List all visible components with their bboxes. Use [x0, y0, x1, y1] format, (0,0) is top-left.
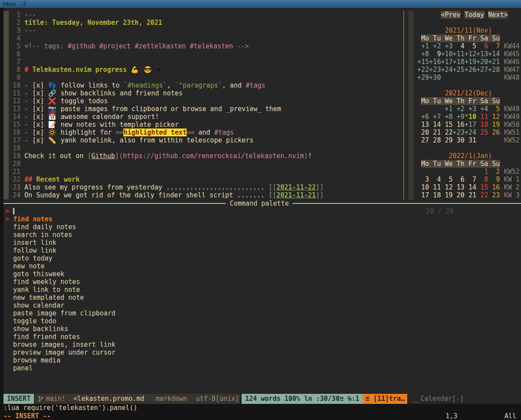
- calendar-day[interactable]: +10: [441, 50, 453, 58]
- calendar-day[interactable]: 17: [417, 191, 429, 199]
- palette-item[interactable]: yank link to note: [3, 286, 521, 294]
- palette-item[interactable]: panel: [3, 364, 521, 372]
- calendar-day[interactable]: +14: [488, 50, 500, 58]
- calendar-day[interactable]: 6: [453, 176, 464, 183]
- calendar-day[interactable]: 18: [429, 191, 441, 199]
- calendar-day[interactable]: +9: [453, 113, 464, 121]
- calendar-day[interactable]: 1: [476, 168, 488, 176]
- calendar-day[interactable]: 19: [488, 121, 500, 129]
- calendar-day[interactable]: +2: [453, 105, 464, 113]
- calendar-day[interactable]: 19: [441, 191, 453, 199]
- calendar-day[interactable]: 14: [464, 183, 476, 191]
- calendar-day[interactable]: +23: [453, 129, 464, 136]
- palette-item[interactable]: show calendar: [3, 301, 521, 309]
- palette-item[interactable]: search in notes: [3, 231, 521, 239]
- palette-item[interactable]: browse media: [3, 356, 521, 364]
- calendar-day[interactable]: +3: [441, 42, 453, 50]
- calendar-next-button[interactable]: Next>: [488, 11, 508, 19]
- palette-item[interactable]: goto thisweek: [3, 270, 521, 278]
- calendar-day[interactable]: +1: [441, 105, 453, 113]
- calendar-day[interactable]: 4: [453, 42, 464, 50]
- calendar-day[interactable]: 18: [476, 121, 488, 129]
- calendar-day[interactable]: 11: [429, 183, 441, 191]
- calendar-day[interactable]: 9: [488, 176, 500, 183]
- palette-item[interactable]: insert link: [3, 239, 521, 247]
- calendar-day[interactable]: +19: [464, 58, 476, 66]
- calendar-day[interactable]: +23: [429, 66, 441, 74]
- calendar-day[interactable]: 21: [464, 191, 476, 199]
- calendar-prev-button[interactable]: <Prev: [441, 11, 460, 19]
- palette-item[interactable]: new templated note: [3, 294, 521, 301]
- calendar-day[interactable]: +29: [417, 74, 429, 81]
- calendar-day[interactable]: 5: [488, 105, 500, 113]
- calendar-day-today[interactable]: *10: [464, 113, 476, 121]
- calendar-day[interactable]: +12: [464, 50, 476, 58]
- palette-item[interactable]: find friend notes: [3, 333, 521, 341]
- calendar-day[interactable]: 31: [464, 136, 476, 144]
- palette-item[interactable]: follow link: [3, 247, 521, 254]
- calendar-day[interactable]: +30: [429, 74, 441, 81]
- calendar-day[interactable]: +17: [441, 58, 453, 66]
- calendar-day[interactable]: 14: [429, 121, 441, 129]
- calendar-day[interactable]: +20: [476, 58, 488, 66]
- calendar-day[interactable]: 4: [429, 176, 441, 183]
- calendar-day[interactable]: 21: [429, 129, 441, 136]
- calendar-day[interactable]: +6: [417, 113, 429, 121]
- calendar-day[interactable]: 12: [441, 183, 453, 191]
- calendar-day[interactable]: +8: [417, 50, 429, 58]
- calendar-day[interactable]: 22: [476, 191, 488, 199]
- calendar-day[interactable]: 27: [417, 136, 429, 144]
- palette-item[interactable]: new note: [3, 262, 521, 270]
- calendar-day[interactable]: +22: [417, 66, 429, 74]
- calendar-day[interactable]: 22: [441, 129, 453, 136]
- palette-item[interactable]: browse images, insert link: [3, 341, 521, 349]
- palette-item[interactable]: goto today: [3, 254, 521, 262]
- calendar-day[interactable]: +3: [464, 105, 476, 113]
- calendar-day[interactable]: +24: [441, 66, 453, 74]
- calendar-day[interactable]: 11: [476, 113, 488, 121]
- calendar-day[interactable]: +15: [417, 58, 429, 66]
- calendar-day[interactable]: +2: [429, 42, 441, 50]
- palette-item[interactable]: show backlinks: [3, 325, 521, 333]
- calendar-day[interactable]: 3: [417, 176, 429, 183]
- calendar-day[interactable]: 10: [417, 183, 429, 191]
- palette-prompt-row[interactable]: > 20 / 20: [3, 207, 521, 215]
- calendar-day[interactable]: 12: [488, 113, 500, 121]
- calendar-day[interactable]: 13: [453, 183, 464, 191]
- calendar-day[interactable]: 15: [476, 183, 488, 191]
- calendar-day[interactable]: +28: [488, 66, 500, 74]
- pane-divider[interactable]: [403, 11, 404, 200]
- palette-item[interactable]: toggle todo: [3, 317, 521, 325]
- calendar-day[interactable]: +11: [453, 50, 464, 58]
- editor-pane[interactable]: 1---2title: Tuesday, November 23th, 2021…: [9, 11, 403, 200]
- calendar-day[interactable]: 7: [464, 176, 476, 183]
- calendar-day[interactable]: +18: [453, 58, 464, 66]
- calendar-today-button[interactable]: Today: [464, 11, 484, 19]
- calendar-day[interactable]: +27: [476, 66, 488, 74]
- calendar-day[interactable]: 5: [464, 42, 476, 50]
- calendar-scrollbar[interactable]: [408, 11, 414, 200]
- calendar-day[interactable]: 2: [488, 168, 500, 176]
- calendar-day[interactable]: +8: [441, 113, 453, 121]
- calendar-day[interactable]: 28: [429, 136, 441, 144]
- palette-item[interactable]: find daily notes: [3, 223, 521, 231]
- calendar-day[interactable]: +17: [464, 121, 476, 129]
- calendar-day[interactable]: +16: [429, 58, 441, 66]
- calendar-day[interactable]: 15: [441, 121, 453, 129]
- calendar-day[interactable]: 13: [417, 121, 429, 129]
- calendar-day[interactable]: +1: [417, 42, 429, 50]
- calendar-day[interactable]: +21: [488, 58, 500, 66]
- palette-item[interactable]: paste image from clipboard: [3, 309, 521, 317]
- calendar-day[interactable]: 23: [488, 191, 500, 199]
- calendar-day[interactable]: 20: [417, 129, 429, 136]
- calendar-day[interactable]: 20: [453, 191, 464, 199]
- buffer-tab-indicator[interactable]: ≡ [11]tra…: [363, 394, 407, 404]
- calendar-day[interactable]: 8: [476, 176, 488, 183]
- palette-item[interactable]: > find notes: [3, 215, 521, 223]
- calendar-day[interactable]: 29: [441, 136, 453, 144]
- calendar-day[interactable]: 16: [453, 121, 464, 129]
- calendar-day[interactable]: +4: [476, 105, 488, 113]
- calendar-day[interactable]: 6: [476, 42, 488, 50]
- calendar-day[interactable]: 30: [453, 136, 464, 144]
- palette-item[interactable]: find weekly notes: [3, 278, 521, 286]
